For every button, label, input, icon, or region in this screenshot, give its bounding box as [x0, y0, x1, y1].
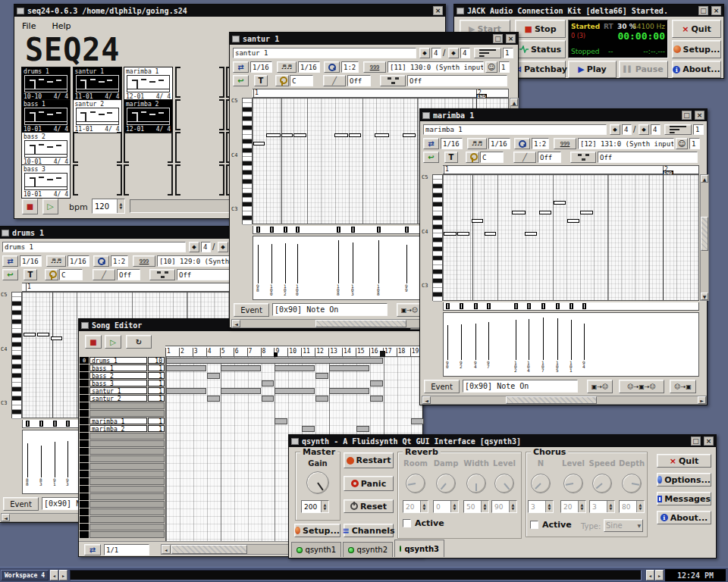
song-loop-button[interactable]: ↻ [126, 335, 152, 349]
beats-spin-icon[interactable]: ◆ [610, 124, 620, 135]
close-icon[interactable]: × [711, 6, 721, 15]
pattern-block[interactable] [411, 418, 424, 424]
track-name[interactable]: bass 3 [89, 380, 147, 386]
event-button[interactable]: Event [424, 380, 460, 393]
jack-stop-button[interactable]: ■Stop [515, 20, 566, 38]
track-row-empty[interactable] [89, 516, 165, 523]
track-number-cell[interactable] [80, 440, 89, 447]
pattern-block[interactable] [275, 365, 315, 371]
track-row-empty[interactable] [89, 524, 165, 530]
tab-qsynth1[interactable]: qsynth1 [291, 542, 341, 557]
pattern-slot-empty[interactable] [175, 67, 224, 98]
piano-key-white[interactable] [12, 415, 21, 419]
event-tick[interactable] [377, 227, 381, 233]
workspace-switcher[interactable]: Workspace 4 [1, 570, 49, 580]
pattern-block[interactable] [329, 388, 369, 394]
pattern-block[interactable] [166, 365, 206, 371]
velocity-line[interactable] [584, 324, 585, 360]
midi-note[interactable] [266, 133, 281, 137]
velocity-line[interactable] [353, 242, 353, 283]
pattern-slot-empty[interactable] [124, 164, 173, 196]
event-button[interactable]: Event [234, 303, 269, 317]
zoom-button[interactable] [324, 61, 340, 73]
close-icon[interactable]: × [433, 6, 443, 15]
checkbox-icon[interactable] [530, 521, 538, 529]
track-row-empty[interactable] [89, 486, 165, 493]
velocity-line[interactable] [297, 244, 298, 283]
pattern-slot-empty[interactable] [73, 132, 122, 163]
stop-button[interactable]: ■ [22, 199, 38, 214]
midi-note[interactable] [539, 211, 551, 214]
track-number-cell[interactable] [80, 508, 89, 515]
track-row-empty[interactable] [89, 402, 165, 409]
pattern-slot-santur-2[interactable]: santur 211-014/ 4 [73, 99, 122, 133]
velocity-line[interactable] [571, 320, 572, 360]
pattern-block[interactable] [262, 380, 275, 386]
beats-spin-icon[interactable]: ◆ [189, 242, 199, 252]
event-tick[interactable] [26, 421, 30, 427]
pattern-block[interactable] [275, 388, 315, 394]
midi-bus-button[interactable]: 999 [133, 255, 155, 267]
scroll-right-icon[interactable]: ► [698, 396, 706, 404]
note-length-button[interactable]: ♬♬ [467, 138, 487, 149]
pattern-slot-empty[interactable] [175, 164, 224, 196]
piano-keyboard[interactable] [242, 98, 253, 224]
velocity-line[interactable] [461, 324, 462, 360]
piano-key-white[interactable] [243, 221, 252, 225]
track-row-empty[interactable] [89, 440, 165, 447]
event-tick[interactable] [556, 303, 560, 309]
scroll-left-icon[interactable]: ◂ [162, 545, 171, 554]
midi-note[interactable] [485, 232, 496, 236]
pattern-slot-bass-3[interactable]: bass 310-014/ 4 [21, 164, 71, 199]
velocity-line[interactable] [488, 322, 489, 360]
pattern-block[interactable] [275, 418, 287, 424]
note-length-button[interactable]: ♬♬ [46, 255, 66, 267]
background-sequence-button[interactable] [380, 75, 406, 86]
velocity-line[interactable] [378, 240, 379, 283]
piano-keyboard[interactable] [11, 292, 22, 418]
track-number-cell[interactable] [80, 372, 89, 379]
maximize-icon[interactable]: □ [493, 34, 503, 43]
scrollbar-thumb[interactable] [701, 217, 708, 251]
midi-note[interactable] [37, 333, 49, 336]
pattern-slot-bass-2[interactable]: bass 210-014/ 4 [21, 132, 71, 166]
velocity-line[interactable] [557, 318, 558, 360]
piano-key-white[interactable] [433, 297, 442, 302]
measure-ruler[interactable]: 12END [443, 165, 699, 174]
tab-qsynth3[interactable]: qsynth3 [394, 540, 444, 557]
piano-keyboard[interactable] [432, 174, 443, 301]
pattern-block[interactable] [370, 380, 383, 386]
qsynth-quit-button[interactable]: ×Quit [657, 454, 711, 468]
track-number-cell[interactable] [80, 501, 89, 508]
snap-button[interactable]: ⇄ [423, 138, 439, 149]
pattern-block[interactable] [262, 396, 275, 402]
pattern-name-input[interactable]: drums 1 [2, 242, 186, 252]
track-name[interactable]: marimba 2 [89, 425, 147, 432]
snap-button[interactable]: ⇄ [2, 255, 18, 267]
maximize-icon[interactable]: □ [698, 6, 708, 15]
event-tick[interactable] [582, 303, 586, 309]
track-number-cell[interactable] [80, 524, 89, 530]
v-scrollbar[interactable]: ▲▼ [700, 174, 709, 301]
beats-spin-icon[interactable]: ◆ [419, 48, 430, 58]
midi-note[interactable] [525, 232, 537, 236]
track-name[interactable]: santur 1 [89, 387, 147, 394]
scrollbar-thumb[interactable] [315, 320, 406, 327]
track-row-empty[interactable] [89, 501, 165, 508]
pattern-slot-bass-1[interactable]: bass 110-014/ 4 [21, 99, 71, 133]
clock-prev-icon[interactable]: ◂ [646, 570, 654, 580]
track-row-empty[interactable] [89, 455, 165, 462]
key-button[interactable] [45, 269, 58, 280]
velocity-line[interactable] [258, 245, 259, 283]
track-name[interactable]: drums 1 [89, 357, 147, 364]
qsynth-panic-button[interactable]: Panic [344, 476, 394, 491]
pattern-block[interactable] [315, 396, 328, 402]
jack-quit-button[interactable]: ×Quit [672, 20, 721, 38]
scroll-down-icon[interactable]: ▼ [701, 293, 708, 300]
undo-button[interactable]: ↩ [423, 152, 439, 163]
midi-note[interactable] [403, 133, 416, 137]
event-tick[interactable] [39, 421, 43, 427]
velocity-line[interactable] [406, 245, 407, 283]
qsynth-restart-button[interactable]: Restart [344, 452, 394, 468]
pattern-slot-empty[interactable] [73, 164, 122, 196]
